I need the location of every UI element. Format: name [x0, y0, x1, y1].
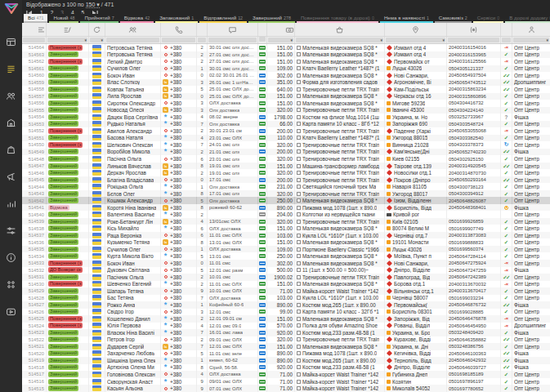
- tab-Самовивіз[interactable]: Самовивіз2: [435, 14, 472, 23]
- filter-input-product[interactable]: ▾: [296, 38, 383, 42]
- column-header-comment[interactable]: [208, 23, 258, 36]
- filter-input-status[interactable]: ▾: [47, 38, 87, 42]
- filter-input-flag[interactable]: ▾: [90, 38, 104, 42]
- tab-Новий[interactable]: Новий48: [49, 14, 78, 23]
- filter-input-trackstatus[interactable]: [502, 38, 511, 42]
- table-row[interactable]: 514535ЗавершенийСучилов Олег+3801ОЛХ дос…: [22, 246, 550, 253]
- column-header-price[interactable]: [267, 23, 295, 36]
- column-header-name[interactable]: [105, 23, 161, 36]
- column-header-phone[interactable]: [161, 23, 197, 36]
- table-row[interactable]: 514563ЗавершенийПетровська Тетяна+380227…: [22, 51, 550, 59]
- tab-Відправлений[interactable]: Відправлений12: [199, 14, 247, 23]
- table-row[interactable]: 514550Повернення (зШелкович Олексан*+380…: [22, 141, 550, 149]
- table-row[interactable]: 514520ЗавершенийЗахарченко Любовь+380511…: [22, 350, 550, 358]
- table-row[interactable]: 514523ЗавершенийВласюк Ніна Василі*+3807…: [22, 329, 550, 336]
- column-header-count[interactable]: [197, 23, 208, 36]
- filter-input-manager[interactable]: ▾: [513, 38, 549, 42]
- column-header-product[interactable]: [295, 23, 385, 36]
- sidebar-item-statistics[interactable]: [0, 194, 22, 212]
- tab-Прийнятий[interactable]: Прийнятий7: [80, 14, 118, 23]
- table-row[interactable]: 514541ВідмоваКоротя Ніна Іванівнаlc+3808…: [22, 204, 550, 212]
- table-row[interactable]: 514561ЗавершенийСучилов Олег+380130.01 с…: [22, 65, 550, 73]
- table-row[interactable]: 514517ЗавершенийГоловінова Олексан+3804О…: [22, 371, 550, 378]
- table-row[interactable]: 514534ЗавершенийКурта Микола Вікто*+3805…: [22, 252, 550, 260]
- table-row[interactable]: 514548ЗавершенийПасічна Ольга+380623.01 …: [22, 155, 550, 163]
- table-row[interactable]: 514536ЗавершенийКузьменко Тетянаlc+38081…: [22, 238, 550, 246]
- table-row[interactable]: 514516ЗавершенийСкворунская Анаст*+38090…: [22, 378, 550, 385]
- table-row[interactable]: 514543ЗавершенийБєлов Олег*+380817.01 см…: [22, 190, 550, 198]
- table-row[interactable]: 514556ЗавершенийСиротюк Олександр+3803ОЛ…: [22, 100, 550, 107]
- sidebar-item-company[interactable]: [0, 114, 22, 131]
- table-row[interactable]: 514531ЗавершенийПасічник Ольга+380210.01…: [22, 274, 550, 281]
- table-row[interactable]: 514560ЗавершенийБокоч Иван+380002.02 30.…: [22, 72, 550, 79]
- table-row[interactable]: 514539ЗавершенийРоке-Бетанкурт Лінlc+380…: [22, 218, 550, 225]
- table-row[interactable]: 514532ДО Возврат скДукович Світлана+3805…: [22, 267, 550, 274]
- table-row[interactable]: 514564Повернення (зПетровська Тетяна+380…: [22, 44, 550, 51]
- table-row[interactable]: 514527ЗавершенийРожко Анна*+3801Кофейный…: [22, 301, 550, 309]
- table-row[interactable]: 514562Повернення (зЛегкий Дмитро+380227.…: [22, 58, 550, 65]
- table-row[interactable]: 514558ЗавершенийКовпак Татьянаlc+380525.…: [22, 86, 550, 93]
- column-header-pay[interactable]: [258, 23, 267, 36]
- table-row[interactable]: 514555ЗавершенийНовосад Олесяlc+3803Олх …: [22, 107, 550, 114]
- tab-Повернення товару (в дорозі)[interactable]: Повернення товару (в дорозі)0: [297, 14, 378, 23]
- filter-input-pay[interactable]: [259, 37, 266, 42]
- column-header-status[interactable]: [47, 23, 89, 36]
- table-row[interactable]: 514544ЗавершенийРокіцька Ольга*+3801Олх …: [22, 183, 550, 190]
- table-row[interactable]: 514526ЗавершенийСвідро Ігор+380312.01 см…: [22, 309, 550, 316]
- table-row[interactable]: 514530Повернення (зШевченко Евгений*+380…: [22, 281, 550, 288]
- table-row[interactable]: 514545ЗавершенийБлагіна Владіслава+38001…: [22, 176, 550, 184]
- sidebar-item-info[interactable]: [0, 248, 22, 266]
- table-row[interactable]: 514522ЗавершенийПетров Ігор+380209.01 см…: [22, 336, 550, 344]
- sidebar-item-dashboard[interactable]: [0, 33, 22, 51]
- column-header-destination[interactable]: [385, 23, 447, 36]
- table-row[interactable]: 514524Повернення (зЮлія Первова*+380412.…: [22, 323, 550, 330]
- sidebar-item-clients[interactable]: [0, 87, 22, 105]
- sidebar-item-settings[interactable]: [0, 221, 22, 239]
- sidebar-item-delivery[interactable]: [0, 140, 22, 158]
- table-row[interactable]: 514525Повернення (зКошеленко Данил*+3802…: [22, 315, 550, 323]
- column-header-manager[interactable]: [512, 23, 550, 36]
- column-header-trackstatus[interactable]: [501, 23, 512, 36]
- sidebar-item-video[interactable]: [0, 302, 22, 320]
- table-row[interactable]: 514519ЗавершенийШишкіна Ірина Олек*+3801…: [22, 357, 550, 364]
- table-row[interactable]: 514546ЗавершенийДеркач Ярославlc+380219.…: [22, 169, 550, 176]
- per-page-selector[interactable]: 150 ▾: [86, 2, 100, 8]
- table-row[interactable]: 514537ЗавершенийРаца Вероніка+380611.01 …: [22, 232, 550, 239]
- table-row[interactable]: 514552Повернення (зАвилов Александр+3802…: [22, 127, 550, 135]
- table-row[interactable]: 514542ЗавершенийКошмак Александр+3805Олх…: [22, 197, 550, 204]
- tab-Завершений[interactable]: Завершений278: [248, 14, 295, 23]
- tab-Відмова[interactable]: Відмова42: [120, 14, 154, 23]
- table-row[interactable]: 514533Повернення (зБокоч Иван+380011.01 …: [22, 260, 550, 267]
- table-row[interactable]: 514540ЗавершенийВалентина Василье*+38022…: [22, 211, 550, 218]
- table-row[interactable]: 514549ЗавершенийВоробйов Микола*+380221.…: [22, 149, 550, 156]
- filter-input-id[interactable]: [23, 38, 45, 42]
- table-row[interactable]: 514518ЗавершенийАртюхіна Олена Ми*+3808С…: [22, 364, 550, 372]
- table-row[interactable]: 514538ЗавершенийКісь Михайло*+3806ОЛХ до…: [22, 225, 550, 232]
- sidebar-item-marketing[interactable]: [0, 167, 22, 185]
- sidebar-item-apps[interactable]: [0, 275, 22, 293]
- table-row[interactable]: 514515ЗавершенийКасьян Альона+380907.01 …: [22, 385, 550, 392]
- filter-input-count[interactable]: [198, 38, 206, 42]
- filter-input-tracking[interactable]: [448, 38, 499, 42]
- tab-Запакований[interactable]: Запакований1: [155, 14, 198, 23]
- column-header-flag[interactable]: [89, 23, 105, 36]
- filter-input-destination[interactable]: ▾: [386, 38, 445, 42]
- filter-input-phone[interactable]: [162, 38, 195, 42]
- tab-В дорозі додому[interactable]: В дорозі додому0: [505, 14, 550, 23]
- table-row[interactable]: 514551ЗавершенийБасова Наталя*+380423.01…: [22, 135, 550, 142]
- table-row[interactable]: 514553ЗавершенийРудько Наталья*+3807Олх …: [22, 121, 550, 128]
- table-row[interactable]: 514557ЗавершенийЛила Ярославlc+380025.01…: [22, 93, 550, 100]
- column-header-tracking[interactable]: [447, 23, 501, 36]
- sidebar-item-orders[interactable]: [0, 60, 22, 78]
- filter-input-price[interactable]: ▾: [268, 38, 293, 42]
- filter-input-name[interactable]: [106, 38, 159, 42]
- tab-Всі[interactable]: Всі471: [24, 14, 47, 23]
- column-header-id[interactable]: [22, 23, 47, 36]
- filter-input-comment[interactable]: [208, 38, 257, 42]
- table-row[interactable]: 514528ЗавершенийБас Тетяна+3807ОЛХ доста…: [22, 295, 550, 302]
- table-row[interactable]: 514559ЗавершенийВлас Слоткоуlc+380326.01…: [22, 79, 550, 87]
- table-row[interactable]: 514521ЗавершенийДударев Сергійlc+380712.…: [22, 343, 550, 350]
- tab-Нема в наявності[interactable]: Нема в наявності1: [380, 14, 433, 23]
- tab-Сервіси[interactable]: Сервіси0: [473, 14, 504, 23]
- table-row[interactable]: 514554ЗавершенийДацюк Віра Сергіївна*+38…: [22, 114, 550, 121]
